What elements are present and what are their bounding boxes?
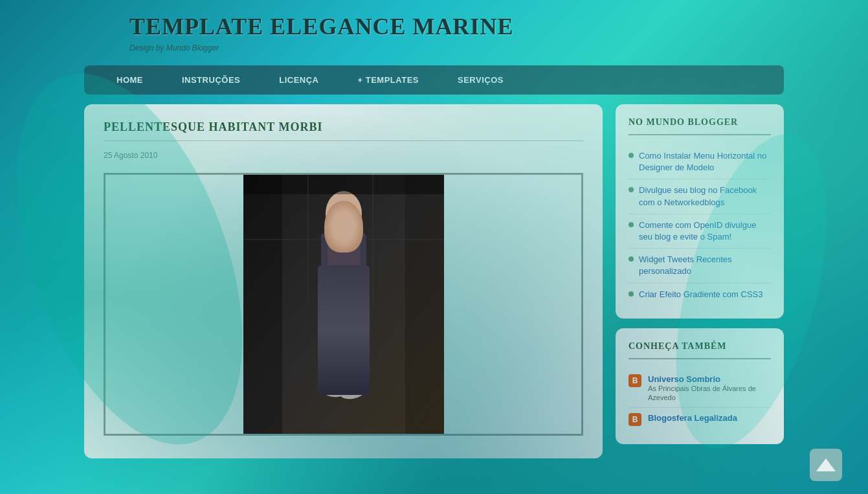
svg-rect-9	[243, 175, 282, 434]
post-photo	[243, 175, 444, 434]
svg-rect-6	[340, 313, 364, 392]
svg-rect-4	[328, 236, 360, 275]
scroll-top-button[interactable]	[810, 449, 842, 481]
scroll-top-arrow-icon	[816, 458, 836, 471]
post-image	[243, 175, 444, 434]
svg-rect-10	[405, 175, 444, 434]
svg-point-2	[326, 191, 362, 236]
page-wrapper: TEMPLATE ELEGANCE MARINE Design by Mundo…	[0, 0, 868, 494]
svg-rect-11	[243, 175, 444, 194]
svg-rect-5	[324, 313, 344, 392]
